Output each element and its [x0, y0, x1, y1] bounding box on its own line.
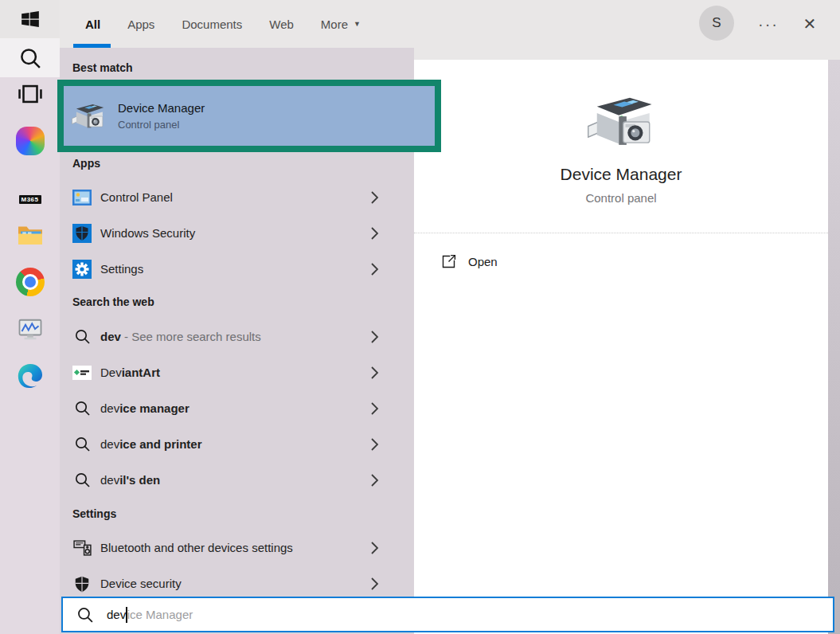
- result-row-deviantart[interactable]: DeviantArt: [60, 354, 414, 390]
- tab-all[interactable]: All: [85, 18, 100, 31]
- expand-chevron-icon[interactable]: [369, 401, 381, 416]
- close-button[interactable]: ✕: [794, 10, 826, 38]
- result-label: Bluetooth and other devices settings: [100, 541, 293, 554]
- settings-gear-icon: [72, 259, 92, 280]
- result-label: Control Panel: [100, 190, 173, 204]
- best-match-subtitle: Control panel: [118, 119, 205, 131]
- expand-chevron-icon[interactable]: [369, 330, 381, 344]
- expand-chevron-icon[interactable]: [369, 541, 381, 555]
- preview-panel: Device Manager Control panel Open: [414, 60, 828, 634]
- shield-icon: [72, 573, 92, 594]
- expand-chevron-icon[interactable]: [369, 437, 381, 452]
- result-label: Settings: [100, 262, 143, 276]
- performance-monitor-icon: [16, 315, 45, 343]
- result-label: DeviantArt: [100, 366, 160, 379]
- chrome-icon: [16, 268, 45, 296]
- more-options-button[interactable]: ···: [751, 11, 786, 37]
- expand-chevron-icon[interactable]: [369, 577, 381, 591]
- expand-chevron-icon[interactable]: [369, 262, 381, 276]
- result-label: device and printer: [100, 437, 202, 451]
- device-manager-icon-large: [586, 91, 656, 153]
- result-label: Device security: [100, 577, 182, 590]
- windows-security-icon: [72, 223, 92, 244]
- edge-button[interactable]: [0, 353, 60, 399]
- result-row-windows-security[interactable]: Windows Security: [60, 215, 414, 251]
- search-icon: [76, 605, 95, 624]
- preview-title: Device Manager: [414, 165, 828, 184]
- chevron-down-icon: ▼: [354, 20, 361, 28]
- task-view-icon: [17, 80, 44, 108]
- ellipsis-icon: ···: [758, 15, 779, 33]
- expand-chevron-icon[interactable]: [369, 226, 381, 241]
- search-input[interactable]: dev ice Manager: [61, 597, 834, 632]
- result-row-web-device-manager[interactable]: device manager: [60, 390, 414, 426]
- search-icon: [72, 470, 92, 491]
- start-button[interactable]: [0, 0, 60, 38]
- result-row-web-device-and-printer[interactable]: device and printer: [60, 426, 414, 462]
- best-match-title: Device Manager: [118, 101, 205, 115]
- web-section-header: Search the web: [60, 295, 414, 308]
- control-panel-icon: [72, 187, 92, 208]
- user-avatar[interactable]: S: [699, 6, 734, 41]
- open-in-new-icon: [440, 253, 457, 270]
- taskbar: M365: [0, 0, 60, 634]
- open-label: Open: [468, 255, 498, 268]
- windows-logo-icon: [20, 9, 41, 29]
- expand-chevron-icon[interactable]: [369, 366, 381, 380]
- search-icon: [72, 434, 92, 455]
- search-icon: [72, 327, 92, 347]
- result-label: Windows Security: [100, 226, 195, 240]
- header-extension: [414, 48, 840, 60]
- search-typed-text: dev: [107, 608, 126, 621]
- preview-subtitle: Control panel: [414, 191, 828, 205]
- search-icon: [72, 398, 92, 419]
- deviantart-icon: [72, 362, 92, 383]
- copilot-button[interactable]: [0, 118, 60, 164]
- desktop-background-strip: [828, 60, 840, 634]
- tab-more[interactable]: More ▼: [321, 18, 361, 31]
- file-explorer-button[interactable]: [0, 212, 60, 258]
- settings-section-header: Settings: [60, 507, 414, 520]
- expand-chevron-icon[interactable]: [369, 473, 381, 487]
- open-action[interactable]: Open: [414, 249, 828, 274]
- result-row-web-devils-den[interactable]: devil's den: [60, 462, 414, 498]
- bluetooth-devices-icon: [72, 538, 92, 558]
- best-match-row[interactable]: Device Manager Control panel: [64, 86, 435, 146]
- device-manager-icon: [71, 100, 106, 132]
- search-flyout-header: All Apps Documents Web More ▼ S ··· ✕: [60, 0, 840, 48]
- search-icon: [18, 46, 42, 70]
- m365-copilot-button[interactable]: M365: [0, 165, 60, 211]
- result-row-bluetooth-settings[interactable]: Bluetooth and other devices settings: [60, 530, 414, 566]
- close-icon: ✕: [803, 14, 817, 33]
- tab-web[interactable]: Web: [269, 18, 294, 31]
- tab-documents[interactable]: Documents: [182, 18, 242, 31]
- tab-apps[interactable]: Apps: [127, 18, 154, 31]
- file-explorer-icon: [16, 221, 45, 249]
- result-label: devil's den: [100, 473, 160, 487]
- apps-section-header: Apps: [60, 157, 414, 170]
- task-view-button[interactable]: [0, 71, 60, 117]
- performance-monitor-button[interactable]: [0, 306, 60, 352]
- result-row-web-see-more[interactable]: dev - See more search results: [60, 319, 414, 354]
- filter-tabs: All Apps Documents Web More ▼: [85, 0, 361, 48]
- expand-chevron-icon[interactable]: [369, 190, 381, 205]
- divider: [414, 233, 828, 233]
- edge-icon: [15, 361, 45, 391]
- search-inline-suggestion: ice Manager: [127, 608, 193, 621]
- annotation-highlight-box: Device Manager Control panel: [57, 80, 441, 152]
- m365-copilot-icon: M365: [16, 174, 45, 202]
- result-label: device manager: [100, 401, 189, 415]
- best-match-header: Best match: [60, 61, 414, 74]
- copilot-icon: [16, 127, 45, 155]
- chrome-button[interactable]: [0, 259, 60, 305]
- result-label: dev - See more search results: [100, 330, 261, 343]
- result-row-settings[interactable]: Settings: [60, 251, 414, 287]
- result-row-control-panel[interactable]: Control Panel: [60, 179, 414, 215]
